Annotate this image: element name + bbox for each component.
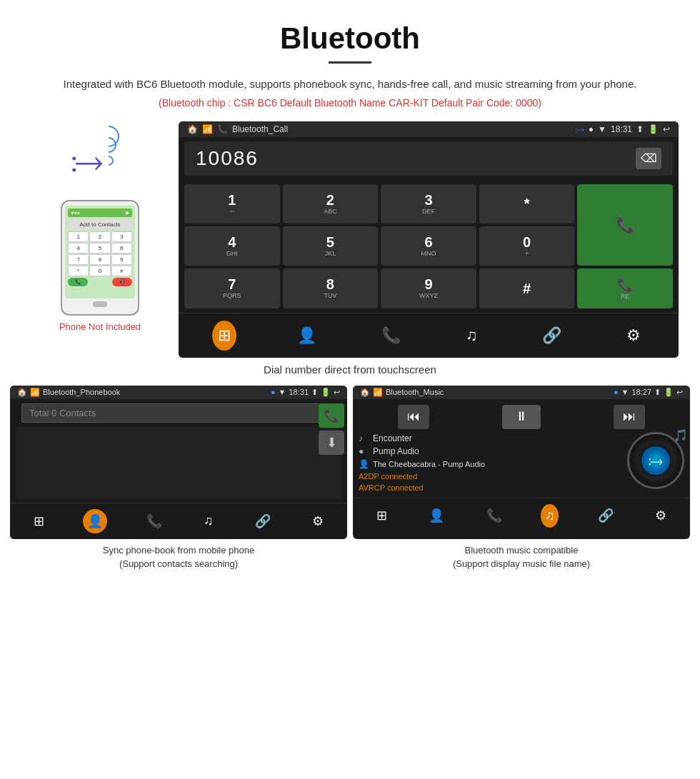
music-artist-row: 👤 The Cheebacabra - Pump Audio bbox=[359, 458, 627, 471]
dial-input-row: 10086 ⌫ bbox=[184, 141, 673, 176]
music-back-icon: ↩ bbox=[676, 388, 683, 397]
phonebook-statusbar-right: ● ▼ 18:31 ⬆ 🔋 ↩ bbox=[271, 388, 340, 397]
phonebook-settings-icon[interactable]: ⚙ bbox=[309, 511, 326, 532]
play-pause-button[interactable]: ⏸ bbox=[502, 405, 541, 429]
music-track-name: Encounter bbox=[373, 433, 412, 443]
bluetooth-symbol-icon: ⧴ bbox=[71, 143, 103, 179]
back-icon: ↩ bbox=[663, 124, 670, 134]
page-title: Bluetooth bbox=[0, 0, 700, 61]
music-a2dp-status: A2DP connected bbox=[359, 472, 417, 481]
music-artist-name: The Cheebacabra - Pump Audio bbox=[373, 460, 485, 468]
music-info-area: ♪ Encounter ● Pump Audio 👤 The Cheebacab… bbox=[353, 432, 690, 498]
bt-status-icon: ⧴ bbox=[576, 124, 584, 134]
specs-row: (Bluetooth chip : CSR BC6 Default Blueto… bbox=[0, 97, 700, 109]
music-bt-icon: ● bbox=[614, 388, 619, 396]
music-album-name: Pump Audio bbox=[373, 446, 419, 456]
music-music-icon[interactable]: ♫ bbox=[541, 504, 559, 528]
phone-key-5: 5 bbox=[89, 243, 110, 253]
vinyl-note-icon: 🎵 bbox=[674, 428, 688, 442]
phonebook-call-icon[interactable]: 📞 bbox=[144, 511, 165, 532]
key-3[interactable]: 3DEF bbox=[381, 184, 476, 223]
music-artist-icon: 👤 bbox=[359, 459, 369, 469]
music-statusbar-right: ● ▼ 18:27 ⬆ 🔋 ↩ bbox=[614, 388, 683, 397]
phone-call-key: 📞 bbox=[68, 278, 88, 286]
music-controls: ⏮ ⏸ ⏭ bbox=[353, 399, 690, 432]
prev-button[interactable]: ⏮ bbox=[398, 405, 429, 429]
call-log-icon[interactable]: 📞 bbox=[377, 322, 405, 349]
phonebook-expand-icon: ⬆ bbox=[311, 388, 318, 397]
key-hash[interactable]: # bbox=[479, 268, 575, 308]
key-9[interactable]: 9WXYZ bbox=[381, 268, 476, 308]
backspace-button[interactable]: ⌫ bbox=[636, 148, 661, 169]
vinyl-center: ⧴ bbox=[641, 446, 670, 475]
phone-not-included-label: Phone Not Included bbox=[59, 321, 141, 332]
call-icon: 📞 bbox=[217, 124, 228, 134]
phonebook-link-icon[interactable]: 🔗 bbox=[252, 511, 274, 532]
key-7[interactable]: 7PQRS bbox=[184, 268, 280, 308]
music-panel-wrapper: 🏠 📶 Bluetooth_Music ● ▼ 18:27 ⬆ 🔋 ↩ ⏮ ⏸ … bbox=[353, 386, 690, 571]
phone-key-4: 4 bbox=[68, 243, 89, 253]
key-2[interactable]: 2ABC bbox=[283, 184, 379, 223]
phone-screen: ●●●▶ Add to Contacts 1 2 3 4 5 6 7 8 9 *… bbox=[65, 206, 135, 298]
phonebook-time: 18:31 bbox=[289, 388, 309, 396]
wifi-icon: ▼ bbox=[598, 124, 606, 134]
phone-key-star: * bbox=[68, 266, 89, 276]
statusbar-label: Bluetooth_Call bbox=[232, 124, 288, 134]
music-link-icon[interactable]: 🔗 bbox=[595, 505, 616, 526]
music-icon[interactable]: ♫ bbox=[461, 322, 482, 349]
call-button[interactable]: 📞 bbox=[577, 184, 673, 266]
contacts-icon[interactable]: 👤 bbox=[293, 322, 321, 349]
phonebook-caption: Sync phone-book from mobile phone(Suppor… bbox=[10, 543, 347, 571]
phonebook-search-box[interactable]: Total 0 Contacts bbox=[21, 403, 336, 423]
music-settings-icon[interactable]: ⚙ bbox=[652, 505, 669, 526]
music-panel: 🏠 📶 Bluetooth_Music ● ▼ 18:27 ⬆ 🔋 ↩ ⏮ ⏸ … bbox=[353, 386, 690, 539]
phonebook-statusbar-left: 🏠 📶 Bluetooth_Phonebook bbox=[17, 388, 120, 397]
key-star[interactable]: * bbox=[479, 184, 575, 223]
phonebook-panel-wrapper: 🏠 📶 Bluetooth_Phonebook ● ▼ 18:31 ⬆ 🔋 ↩ … bbox=[10, 386, 347, 571]
bluetooth-signal-area: ⧴ bbox=[64, 136, 136, 193]
phonebook-call-btn[interactable]: 📞 bbox=[319, 403, 344, 428]
music-battery-icon: 🔋 bbox=[664, 388, 674, 397]
vinyl-record: ⧴ 🎵 bbox=[627, 432, 684, 489]
link-icon[interactable]: 🔗 bbox=[538, 322, 566, 349]
redial-button[interactable]: 📞RE bbox=[577, 268, 673, 308]
key-8[interactable]: 8TUV bbox=[283, 268, 379, 308]
phone-screen-label: Add to Contacts bbox=[68, 220, 132, 229]
key-5[interactable]: 5JKL bbox=[283, 226, 379, 266]
phone-key-3: 3 bbox=[111, 231, 132, 242]
key-6[interactable]: 6MNO bbox=[381, 226, 476, 266]
music-contacts-icon[interactable]: 👤 bbox=[426, 505, 447, 526]
music-caption: Bluetooth music compatible(Support displ… bbox=[353, 543, 690, 571]
left-phone-area: ⧴ ●●●▶ Add to Contacts 1 2 3 4 5 bbox=[21, 121, 179, 332]
dial-screen: 🏠 📶 📞 Bluetooth_Call ⧴ ● ▼ 18:31 ⬆ 🔋 ↩ 1… bbox=[179, 121, 679, 358]
dial-icon[interactable]: ⊞ bbox=[212, 321, 236, 351]
settings-icon[interactable]: ⚙ bbox=[622, 322, 645, 349]
phone-key-8: 8 bbox=[89, 254, 110, 265]
phonebook-statusbar: 🏠 📶 Bluetooth_Phonebook ● ▼ 18:31 ⬆ 🔋 ↩ bbox=[10, 386, 347, 399]
key-4[interactable]: 4GHI bbox=[184, 226, 280, 266]
dial-number-display: 10086 bbox=[196, 147, 259, 170]
music-call-icon[interactable]: 📞 bbox=[484, 505, 505, 526]
signal-waves bbox=[104, 144, 119, 166]
key-1[interactable]: 1◦◦ bbox=[184, 184, 280, 223]
next-button[interactable]: ⏭ bbox=[614, 405, 645, 429]
phonebook-music-icon[interactable]: ♫ bbox=[201, 511, 216, 531]
phone-key-2: 2 bbox=[89, 231, 110, 242]
phonebook-contact-list bbox=[16, 427, 341, 498]
phone-bottom-keys: 📞 📵 bbox=[68, 278, 132, 286]
statusbar-time: 18:31 bbox=[611, 124, 632, 134]
phonebook-dialpad-icon[interactable]: ⊞ bbox=[31, 511, 47, 532]
music-signal-icon: 📶 bbox=[373, 388, 383, 397]
music-album-row: ● Pump Audio bbox=[359, 445, 627, 458]
statusbar-right: ⧴ ● ▼ 18:31 ⬆ 🔋 ↩ bbox=[576, 124, 670, 134]
main-content-area: ⧴ ●●●▶ Add to Contacts 1 2 3 4 5 bbox=[0, 121, 700, 358]
music-home-icon: 🏠 bbox=[360, 388, 370, 397]
phone-key-1: 1 bbox=[68, 231, 89, 242]
expand-icon: ⬆ bbox=[636, 124, 644, 134]
key-0[interactable]: 0+ bbox=[479, 226, 575, 266]
music-avrcp-row: AVRCP connected bbox=[359, 482, 627, 493]
signal-wave-1 bbox=[101, 154, 116, 168]
phonebook-download-btn[interactable]: ⬇ bbox=[319, 431, 344, 455]
phonebook-contacts-icon[interactable]: 👤 bbox=[83, 509, 107, 533]
music-dialpad-icon[interactable]: ⊞ bbox=[374, 505, 390, 526]
